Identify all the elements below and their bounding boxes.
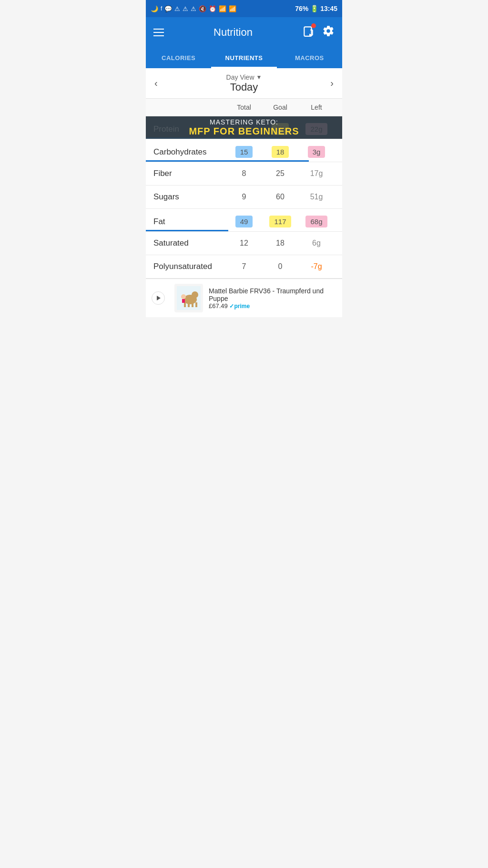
nutrient-total: 15	[226, 146, 262, 158]
ad-text: Mattel Barbie FRV36 - Traumpferd und Pup…	[209, 287, 336, 310]
col-header-left: Left	[298, 103, 335, 111]
table-row[interactable]: Saturated12186g	[146, 232, 342, 255]
next-day-button[interactable]: ›	[322, 68, 342, 98]
nutrient-total: 7	[226, 262, 262, 271]
table-header: Total Goal Left	[146, 99, 342, 116]
warning-icon-3: ⚠	[191, 5, 196, 12]
progress-bar	[146, 230, 228, 231]
table-row[interactable]: Protein487022g MASTERING KETO: MFP FOR B…	[146, 116, 342, 139]
nutrient-left: 17g	[298, 169, 335, 178]
warning-icon: ⚠	[174, 5, 180, 12]
col-header-goal: Goal	[262, 103, 298, 111]
table-row[interactable]: Fat4911768g	[146, 209, 342, 232]
settings-button[interactable]	[322, 25, 335, 40]
svg-rect-10	[188, 302, 190, 307]
svg-rect-14	[182, 299, 185, 303]
svg-rect-9	[184, 302, 186, 307]
svg-point-8	[192, 291, 198, 298]
ad-image	[174, 284, 203, 312]
page-title: Nutrition	[214, 26, 253, 39]
svg-marker-5	[157, 296, 161, 300]
nutrient-name: Carbohydrates	[153, 147, 226, 157]
nutrient-left: 51g	[298, 193, 335, 201]
signal-icon: 📶	[229, 5, 236, 12]
warning-icon-2: ⚠	[183, 5, 188, 12]
nutrient-name: Protein	[153, 124, 226, 134]
whatsapp-icon: 💬	[164, 5, 172, 12]
dropdown-arrow-icon: ▼	[256, 74, 262, 81]
moon-icon: 🌙	[151, 5, 158, 12]
header-actions	[302, 25, 335, 40]
nutrient-goal: 25	[262, 169, 298, 178]
nutrient-left: 6g	[298, 239, 335, 248]
nutrient-table: Protein487022g MASTERING KETO: MFP FOR B…	[146, 116, 342, 279]
table-row[interactable]: Polyunsaturated70-7g	[146, 255, 342, 279]
status-right: 76% 🔋 13:45	[295, 5, 337, 12]
table-row[interactable]: Sugars96051g	[146, 186, 342, 209]
ad-banner[interactable]: Mattel Barbie FRV36 - Traumpferd und Pup…	[146, 279, 342, 317]
ad-title: Mattel Barbie FRV36 - Traumpferd und Pup…	[209, 287, 336, 302]
nutrient-goal: 18	[262, 239, 298, 248]
nutrient-goal: 60	[262, 193, 298, 201]
prev-day-button[interactable]: ‹	[146, 68, 166, 98]
tab-bar: CALORIES NUTRIENTS MACROS	[146, 48, 342, 68]
tab-macros[interactable]: MACROS	[277, 48, 342, 68]
prime-badge: ✓prime	[229, 303, 250, 310]
nutrient-total: 12	[226, 239, 262, 248]
nutrient-left: 68g	[298, 216, 335, 227]
nutrient-name: Fat	[153, 217, 226, 227]
progress-bar	[146, 137, 279, 139]
svg-rect-11	[192, 302, 193, 307]
nutrient-goal: 0	[262, 262, 298, 271]
day-view-nav: ‹ Day View ▼ Today ›	[146, 68, 342, 99]
alarm-icon: ⏰	[209, 5, 216, 12]
notification-dot	[311, 23, 316, 28]
ad-play-button[interactable]	[152, 291, 165, 305]
progress-bar	[146, 160, 309, 162]
day-view-label[interactable]: Day View ▼	[166, 73, 322, 81]
current-date: Today	[166, 81, 322, 93]
nutrient-goal: 117	[262, 216, 298, 227]
wifi-icon: 📶	[219, 5, 226, 12]
col-header-nutrient	[153, 103, 226, 111]
nutrient-total: 8	[226, 169, 262, 178]
nutrient-left: 3g	[298, 146, 335, 158]
menu-button[interactable]	[153, 29, 164, 36]
table-row[interactable]: Carbohydrates15183g	[146, 139, 342, 162]
status-bar: 🌙 f 💬 ⚠ ⚠ ⚠ 🔇 ⏰ 📶 📶 76% 🔋 13:45	[146, 0, 342, 17]
mute-icon: 🔇	[199, 5, 206, 12]
col-header-total: Total	[226, 103, 262, 111]
battery-icon: 🔋	[310, 5, 318, 12]
nutrient-left: -7g	[298, 262, 335, 271]
nutrient-name: Sugars	[153, 192, 226, 202]
nutrient-name: Saturated	[153, 238, 226, 248]
tab-nutrients[interactable]: NUTRIENTS	[211, 48, 276, 68]
import-button[interactable]	[302, 25, 315, 40]
facebook-icon: f	[161, 5, 162, 12]
nutrient-total: 48	[226, 125, 262, 134]
tab-calories[interactable]: CALORIES	[146, 48, 211, 68]
svg-point-13	[181, 294, 186, 299]
svg-rect-12	[195, 302, 197, 307]
day-view-center: Day View ▼ Today	[166, 69, 322, 98]
time: 13:45	[320, 5, 337, 12]
status-icons: 🌙 f 💬 ⚠ ⚠ ⚠ 🔇 ⏰ 📶 📶	[151, 5, 236, 12]
nutrient-goal: 18	[262, 146, 298, 158]
nutrient-name: Polyunsaturated	[153, 262, 226, 271]
header: Nutrition	[146, 17, 342, 48]
nutrient-name: Fiber	[153, 169, 226, 178]
nutrient-goal: 70	[262, 123, 298, 135]
table-row[interactable]: Fiber82517g	[146, 162, 342, 186]
nutrient-total: 9	[226, 193, 262, 201]
nutrient-left: 22g	[298, 123, 335, 135]
ad-price: £67.49 ✓prime	[209, 302, 336, 310]
battery-percent: 76%	[295, 5, 308, 12]
nutrient-total: 49	[226, 216, 262, 227]
